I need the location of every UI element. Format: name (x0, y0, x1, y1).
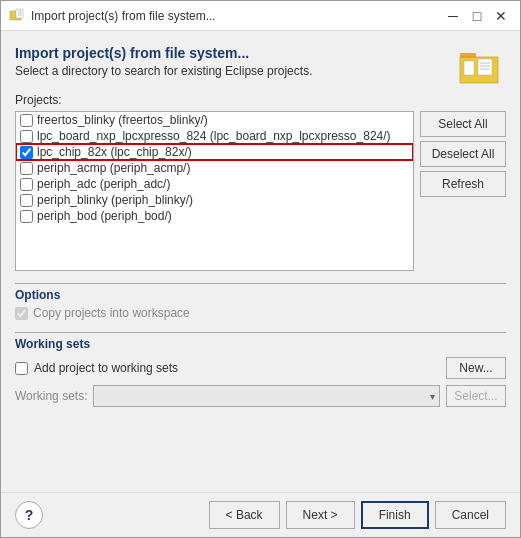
projects-label: Projects: (15, 93, 506, 107)
new-working-set-button[interactable]: New... (446, 357, 506, 379)
dialog-window: Import project(s) from file system... ─ … (0, 0, 521, 538)
maximize-button[interactable]: □ (466, 5, 488, 27)
options-title: Options (15, 288, 506, 302)
list-item: freertos_blinky (freertos_blinky/) (16, 112, 413, 128)
project-label-6: periph_bod (periph_bod/) (37, 209, 172, 223)
project-checkbox-5[interactable] (20, 194, 33, 207)
select-all-button[interactable]: Select All (420, 111, 506, 137)
add-working-sets-checkbox[interactable] (15, 362, 28, 375)
options-section: Options Copy projects into workspace (15, 279, 506, 320)
window-title: Import project(s) from file system... (31, 9, 442, 23)
working-sets-section: Working sets Add project to working sets… (15, 328, 506, 407)
project-checkbox-2[interactable] (20, 146, 33, 159)
project-label-2: lpc_chip_82x (lpc_chip_82x/) (37, 145, 192, 159)
list-item-highlighted: lpc_chip_82x (lpc_chip_82x/) (16, 144, 413, 160)
title-bar: Import project(s) from file system... ─ … (1, 1, 520, 31)
side-buttons: Select All Deselect All Refresh (420, 111, 506, 271)
projects-section: Projects: freertos_blinky (freertos_blin… (15, 93, 506, 271)
header-section: Import project(s) from file system... Se… (15, 45, 506, 85)
divider-2 (15, 332, 506, 333)
list-item: periph_bod (periph_bod/) (16, 208, 413, 224)
add-working-sets-row: Add project to working sets New... (15, 357, 506, 379)
project-checkbox-0[interactable] (20, 114, 33, 127)
project-label-0: freertos_blinky (freertos_blinky/) (37, 113, 208, 127)
list-item: periph_blinky (periph_blinky/) (16, 192, 413, 208)
project-label-5: periph_blinky (periph_blinky/) (37, 193, 193, 207)
copy-label: Copy projects into workspace (33, 306, 190, 320)
cancel-button[interactable]: Cancel (435, 501, 506, 529)
copy-checkbox[interactable] (15, 307, 28, 320)
combo-arrow-icon: ▾ (430, 391, 435, 402)
svg-rect-9 (478, 59, 492, 75)
window-controls: ─ □ ✕ (442, 5, 512, 27)
window-icon (9, 8, 25, 24)
divider-1 (15, 283, 506, 284)
next-button[interactable]: Next > (286, 501, 355, 529)
deselect-all-button[interactable]: Deselect All (420, 141, 506, 167)
projects-list[interactable]: freertos_blinky (freertos_blinky/) lpc_b… (15, 111, 414, 271)
help-button[interactable]: ? (15, 501, 43, 529)
project-label-3: periph_acmp (periph_acmp/) (37, 161, 190, 175)
dialog-footer: ? < Back Next > Finish Cancel (1, 492, 520, 537)
footer-buttons: < Back Next > Finish Cancel (209, 501, 506, 529)
close-button[interactable]: ✕ (490, 5, 512, 27)
working-sets-combo[interactable]: ▾ (93, 385, 440, 407)
dialog-content: Import project(s) from file system... Se… (1, 31, 520, 492)
add-working-sets-label: Add project to working sets (34, 361, 178, 375)
list-item: lpc_board_nxp_lpcxpresso_824 (lpc_board_… (16, 128, 413, 144)
svg-rect-8 (464, 61, 474, 75)
project-checkbox-1[interactable] (20, 130, 33, 143)
project-checkbox-3[interactable] (20, 162, 33, 175)
refresh-button[interactable]: Refresh (420, 171, 506, 197)
list-item: periph_adc (periph_adc/) (16, 176, 413, 192)
dialog-title: Import project(s) from file system... (15, 45, 312, 61)
projects-area: freertos_blinky (freertos_blinky/) lpc_b… (15, 111, 506, 271)
dialog-subtitle: Select a directory to search for existin… (15, 64, 312, 78)
header-text: Import project(s) from file system... Se… (15, 45, 312, 78)
working-sets-input-row: Working sets: ▾ Select... (15, 385, 506, 407)
project-label-4: periph_adc (periph_adc/) (37, 177, 170, 191)
project-checkbox-4[interactable] (20, 178, 33, 191)
minimize-button[interactable]: ─ (442, 5, 464, 27)
eclipse-folder-icon (458, 45, 506, 85)
svg-rect-1 (16, 9, 23, 18)
project-checkbox-6[interactable] (20, 210, 33, 223)
list-item: periph_acmp (periph_acmp/) (16, 160, 413, 176)
back-button[interactable]: < Back (209, 501, 280, 529)
working-sets-title: Working sets (15, 337, 506, 351)
select-working-sets-button[interactable]: Select... (446, 385, 506, 407)
copy-option-row: Copy projects into workspace (15, 306, 506, 320)
finish-button[interactable]: Finish (361, 501, 429, 529)
project-label-1: lpc_board_nxp_lpcxpresso_824 (lpc_board_… (37, 129, 391, 143)
working-sets-field-label: Working sets: (15, 389, 87, 403)
